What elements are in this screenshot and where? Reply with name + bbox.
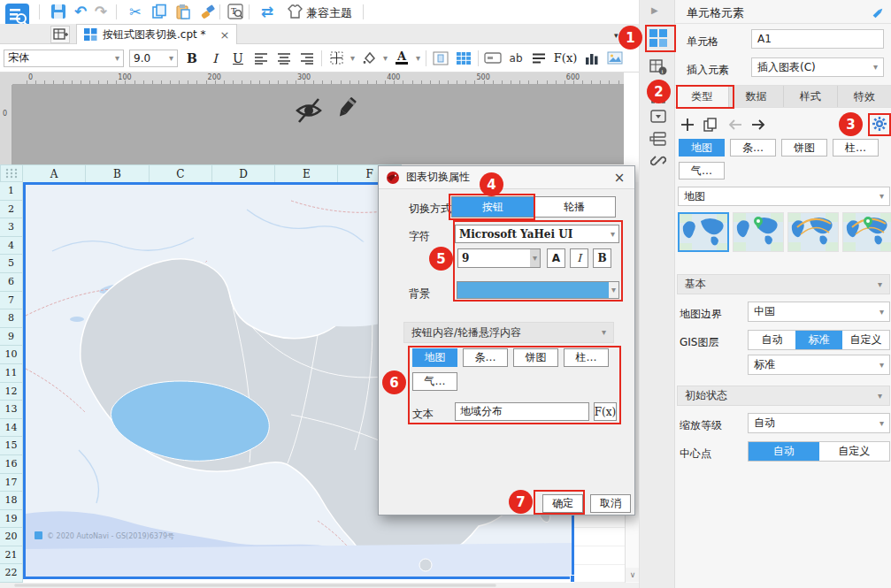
tab-样式[interactable]: 样式	[784, 86, 838, 107]
row-header-1[interactable]: 1	[0, 182, 23, 201]
dialog-chart-button-1[interactable]: 地图	[412, 348, 457, 367]
column-header-D[interactable]: D	[212, 164, 275, 182]
initial-state-header[interactable]: 初始状态▾	[677, 386, 890, 406]
row-header-10[interactable]: 10	[0, 346, 23, 364]
gis-layer-option-2[interactable]: 标准	[795, 331, 842, 349]
fill-color-dropdown-icon[interactable]: ▾	[383, 54, 388, 63]
switch-mode-option-1[interactable]: 按钮	[452, 197, 534, 217]
move-left-icon[interactable]	[727, 118, 742, 131]
align-left-button[interactable]	[252, 50, 270, 67]
underline-button[interactable]: U	[229, 50, 247, 67]
italic-button[interactable]: I	[206, 50, 224, 67]
tab-类型[interactable]: 类型	[675, 86, 729, 107]
row-header-12[interactable]: 12	[0, 383, 23, 401]
sidebar-chart-button-2[interactable]: 条…	[730, 139, 776, 157]
gis-layer-option-1[interactable]: 自动	[749, 331, 795, 349]
row-header-9[interactable]: 9	[0, 328, 23, 347]
scroll-down-icon[interactable]: ∨	[626, 568, 640, 582]
edit-pencil-icon[interactable]	[333, 95, 359, 126]
select-all-corner[interactable]	[0, 164, 23, 182]
cut-button[interactable]: ✂	[127, 3, 144, 20]
sidebar-chart-button-3[interactable]: 饼图	[781, 139, 827, 157]
cell-attribute-tab-icon[interactable]: i	[649, 58, 667, 79]
cancel-button[interactable]: 取消	[590, 494, 631, 513]
tab-active[interactable]: 按钮式图表切换.cpt * ×	[76, 24, 237, 44]
redo-button[interactable]: ↷	[92, 3, 110, 20]
paste-button[interactable]	[174, 3, 192, 20]
row-header-8[interactable]: 8	[0, 309, 23, 328]
chart-button[interactable]	[583, 50, 601, 67]
theme-shirt-icon[interactable]	[286, 3, 303, 20]
text-input[interactable]: 地域分布	[455, 402, 589, 421]
center-point-option-1[interactable]: 自动	[749, 442, 819, 461]
column-header-C[interactable]: C	[150, 164, 212, 182]
row-header-19[interactable]: 19	[0, 510, 23, 529]
collapse-panel-icon[interactable]: ▶	[651, 5, 658, 15]
widget-button[interactable]	[484, 50, 502, 67]
font-style-bold-button[interactable]: B	[593, 248, 611, 268]
merge-cell-button[interactable]	[432, 50, 449, 67]
row-header-21[interactable]: 21	[0, 546, 23, 565]
tab-数据[interactable]: 数据	[729, 86, 783, 107]
widget-settings-tab-icon[interactable]	[650, 110, 666, 126]
basic-section-header[interactable]: 基本▾	[677, 274, 890, 294]
dialog-chart-button-5[interactable]: 气…	[412, 372, 457, 391]
pin-edit-icon[interactable]	[872, 5, 886, 22]
column-header-B[interactable]: B	[86, 164, 149, 182]
row-header-7[interactable]: 7	[0, 292, 23, 310]
eye-hidden-icon[interactable]	[294, 97, 324, 126]
horizontal-scrollbar[interactable]	[0, 583, 639, 588]
dialog-chart-button-2[interactable]: 条…	[463, 348, 508, 367]
hyperlink-tab-icon[interactable]	[650, 153, 666, 172]
font-style-a-button[interactable]: A	[547, 248, 565, 268]
compat-theme-button[interactable]: 兼容主题	[306, 5, 352, 21]
format-painter-button[interactable]	[198, 3, 216, 20]
gear-icon[interactable]	[872, 116, 887, 134]
align-right-button[interactable]	[298, 50, 316, 67]
dialog-font-select[interactable]: Microsoft YaHei UI▾	[455, 225, 619, 243]
row-header-13[interactable]: 13	[0, 401, 23, 419]
copy-button[interactable]	[150, 3, 168, 20]
cell-element-tab-icon[interactable]	[649, 28, 668, 50]
dialog-chart-button-3[interactable]: 饼图	[513, 348, 558, 367]
row-header-11[interactable]: 11	[0, 364, 23, 383]
save-button[interactable]	[50, 3, 67, 20]
row-header-14[interactable]: 14	[0, 419, 23, 438]
copy-chart-icon[interactable]	[703, 118, 718, 132]
chart-type-select[interactable]: 地图▾	[678, 187, 890, 206]
add-chart-icon[interactable]	[680, 118, 695, 132]
map-thumbnail-3[interactable]	[787, 212, 839, 252]
row-header-5[interactable]: 5	[0, 255, 23, 273]
dialog-chart-button-4[interactable]: 柱…	[564, 348, 609, 367]
font-style-italic-button[interactable]: I	[570, 248, 588, 268]
gis-layer-option-3[interactable]: 自定义	[842, 331, 889, 349]
column-header-A[interactable]: A	[23, 164, 86, 182]
new-report-tab-icon[interactable]	[50, 26, 70, 43]
map-thumbnail-2[interactable]	[733, 212, 784, 252]
font-color-button[interactable]: A	[393, 50, 411, 67]
tab-特效[interactable]: 特效	[838, 86, 891, 107]
background-color-select[interactable]: ▾	[457, 281, 619, 299]
row-header-4[interactable]: 4	[0, 237, 23, 256]
dialog-titlebar[interactable]: 图表切换属性 ×	[379, 166, 634, 189]
switch-mode-option-2[interactable]: 轮播	[534, 197, 615, 217]
zoom-level-select[interactable]: 自动▾	[748, 413, 890, 433]
row-header-17[interactable]: 17	[0, 474, 23, 493]
swap-button[interactable]: ⇄	[257, 3, 278, 20]
border-dropdown-icon[interactable]: ▾	[350, 54, 355, 63]
row-header-6[interactable]: 6	[0, 273, 23, 292]
row-header-20[interactable]: 20	[0, 528, 23, 546]
column-header-E[interactable]: E	[275, 164, 338, 182]
text-formula-button[interactable]: F(x)	[594, 402, 617, 421]
sidebar-chart-button-5[interactable]: 气…	[679, 162, 725, 179]
hscroll-thumb[interactable]	[14, 584, 496, 587]
font-family-select[interactable]: 宋体▾	[4, 50, 124, 67]
ok-button[interactable]: 确定	[542, 494, 583, 513]
sidebar-chart-button-1[interactable]: 地图	[679, 139, 725, 157]
gis-standard-select[interactable]: 标准▾	[748, 355, 890, 375]
map-thumbnail-4[interactable]	[842, 212, 891, 252]
dialog-close-icon[interactable]: ×	[611, 170, 627, 186]
fill-color-button[interactable]	[360, 50, 378, 67]
undo-button[interactable]: ↶	[72, 3, 89, 20]
sidebar-chart-button-4[interactable]: 柱…	[833, 139, 879, 157]
